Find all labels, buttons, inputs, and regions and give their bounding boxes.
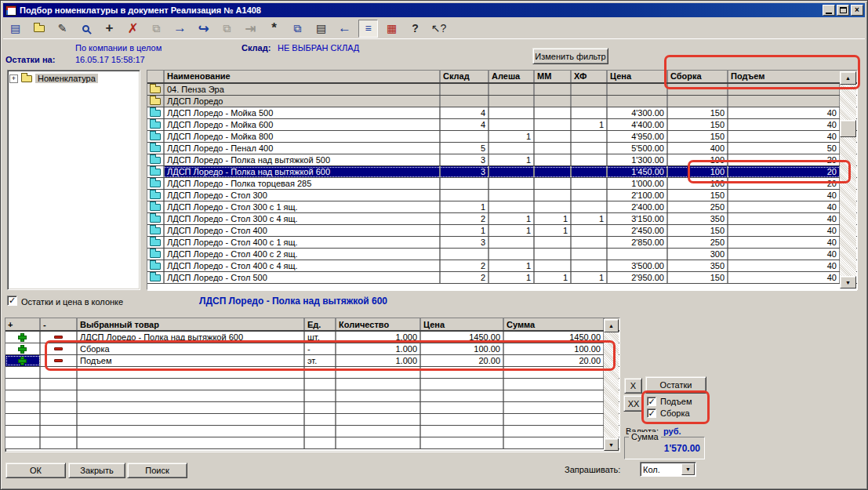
close-dialog-button[interactable]: Закрыть bbox=[68, 463, 125, 478]
table-row[interactable]: ЛДСП Лоредо - Пенал 40055'500.0040050 bbox=[147, 143, 857, 154]
cascade-windows-icon[interactable]: ⧉ bbox=[217, 20, 237, 38]
table-row[interactable]: ЛДСП Лоредо - Стол 400 с 4 ящ.213'500.00… bbox=[147, 260, 857, 272]
merge-icon[interactable]: ⇥ bbox=[241, 20, 260, 38]
cell-sborka: 400 bbox=[668, 143, 728, 154]
view-item-icon[interactable] bbox=[76, 20, 96, 38]
cell-mm bbox=[535, 178, 572, 189]
table-row[interactable]: 04. Пенза Эра bbox=[147, 84, 857, 96]
table-row[interactable]: ЛДСП Лоредо - Стол 300 с 4 ящ.21113'150.… bbox=[147, 213, 857, 225]
cart-scroll-up-button[interactable]: ▲ bbox=[604, 319, 619, 332]
table-row[interactable]: ЛДСП Лоредо - Полка над вытяжкой 500311'… bbox=[147, 154, 857, 166]
table-row[interactable]: ЛДСП Лоредо - Мойка 600414'400.0015040 bbox=[147, 119, 857, 131]
price-table-icon[interactable]: ▦ bbox=[382, 20, 401, 38]
cell-mm: 1 bbox=[535, 272, 572, 283]
cart-row bbox=[5, 437, 619, 449]
expand-icon[interactable]: + bbox=[9, 74, 18, 83]
table-row[interactable]: ЛДСП Лоредо - Мойка 50044'300.0015040 bbox=[147, 107, 857, 119]
cart-row[interactable]: Сборка-1.000100.00100.00 bbox=[5, 343, 619, 355]
clear-row-button[interactable]: X bbox=[624, 378, 642, 394]
cell-name: ЛДСП Лоредо - Стол 400 bbox=[165, 225, 441, 236]
context-help-icon[interactable]: ↖? bbox=[429, 20, 449, 38]
cart-header-minus: - bbox=[41, 318, 78, 330]
prompt-combobox[interactable]: Кол. ▼ bbox=[640, 462, 696, 477]
cell-hf bbox=[572, 237, 608, 248]
wizard-icon[interactable]: * bbox=[264, 20, 284, 38]
header-podyem[interactable]: Подъем bbox=[728, 71, 841, 82]
cart-row[interactable]: Подъемэт.1.00020.0020.00 bbox=[5, 355, 619, 367]
document-text-icon[interactable]: ▤ bbox=[311, 20, 331, 38]
podyem-checkbox[interactable]: ✓ bbox=[647, 397, 656, 406]
cart-row bbox=[5, 379, 619, 390]
row-icon-cell bbox=[147, 107, 165, 118]
cell-price: 4'950.00 bbox=[608, 131, 668, 142]
move-to-document-icon[interactable]: → bbox=[170, 20, 190, 38]
header-sklad[interactable]: Склад bbox=[441, 71, 489, 82]
scrollbar-thumb[interactable] bbox=[840, 120, 856, 137]
import-document-icon[interactable]: ← bbox=[335, 20, 354, 38]
cart-row[interactable]: ЛДСП Лоредо - Полка над вытяжкой 600шт.1… bbox=[5, 332, 619, 343]
header-price[interactable]: Цена bbox=[608, 71, 668, 82]
edit-item-icon[interactable]: ✎ bbox=[53, 20, 72, 38]
cell-plus[interactable] bbox=[5, 332, 41, 343]
maximize-button[interactable] bbox=[837, 5, 849, 16]
cell-minus[interactable] bbox=[41, 355, 78, 366]
change-filter-button[interactable]: Изменить фильтр bbox=[532, 48, 608, 64]
search-button[interactable]: Поиск bbox=[127, 463, 187, 478]
cell-alesha bbox=[489, 201, 535, 212]
minimize-button[interactable] bbox=[823, 5, 835, 16]
table-row[interactable]: ЛДСП Лоредо - Стол 300 с 1 ящ.12'400.002… bbox=[147, 201, 857, 213]
hierarchy-view-icon[interactable]: ≡ bbox=[358, 20, 378, 38]
cart-scroll-down-button[interactable]: ▼ bbox=[604, 438, 619, 451]
table-row[interactable]: ЛДСП Лоредо - Стол 3002'100.0015040 bbox=[147, 190, 857, 201]
copy-row-icon[interactable]: ⧉ bbox=[147, 20, 166, 38]
cell-plus[interactable] bbox=[5, 343, 41, 354]
table-row[interactable]: ЛДСП Лоредо - Стол 50021112'950.0015040 bbox=[147, 272, 857, 284]
copy-document-icon[interactable]: ⧉ bbox=[288, 20, 307, 38]
table-row[interactable]: ЛДСП Лоредо - Стол 4001112'450.0015040 bbox=[147, 225, 857, 237]
cell-podyem: 40 bbox=[728, 190, 841, 201]
scroll-down-button[interactable]: ▼ bbox=[840, 276, 856, 289]
minus-icon bbox=[54, 347, 63, 350]
cart-scrollbar[interactable]: ▲ ▼ bbox=[604, 319, 619, 451]
clear-all-button[interactable]: XX bbox=[623, 395, 644, 412]
close-button[interactable]: × bbox=[851, 5, 863, 16]
scroll-up-button[interactable]: ▲ bbox=[840, 71, 856, 85]
cell-sborka bbox=[668, 84, 728, 95]
table-row[interactable]: ЛДСП Лоредо - Полка над вытяжкой 60031'4… bbox=[147, 166, 857, 178]
ok-button[interactable]: ОК bbox=[5, 463, 66, 478]
cell-name: ЛДСП Лоредо - Пенал 400 bbox=[165, 143, 441, 154]
table-row[interactable]: ЛДСП Лоредо - Стол 400 с 1 ящ.32'850.002… bbox=[147, 237, 857, 249]
cell-qty bbox=[336, 379, 421, 390]
cell-plus[interactable] bbox=[5, 355, 41, 366]
header-mm[interactable]: ММ bbox=[535, 71, 572, 82]
tree-item-nomenclature[interactable]: + Номенклатура bbox=[9, 74, 138, 83]
header-sborka[interactable]: Сборка bbox=[668, 71, 728, 82]
add-row-icon[interactable]: + bbox=[100, 20, 119, 38]
main-table-scrollbar[interactable]: ▲ ▼ bbox=[840, 71, 856, 289]
folder-icon bbox=[150, 122, 161, 129]
cell-unit: шт. bbox=[305, 332, 336, 343]
cell-sklad: 5 bbox=[441, 143, 489, 154]
table-row[interactable]: ЛДСП Лоредо - Полка торцевая 2851'000.00… bbox=[147, 178, 857, 190]
cell-name: 04. Пенза Эра bbox=[165, 84, 441, 95]
cell-price bbox=[421, 379, 504, 390]
cell-minus[interactable] bbox=[41, 343, 78, 354]
cell-minus[interactable] bbox=[41, 332, 78, 343]
ostatki-button[interactable]: Остатки bbox=[645, 376, 706, 394]
chevron-down-icon[interactable]: ▼ bbox=[681, 463, 695, 475]
header-alesha[interactable]: Алеша bbox=[489, 71, 535, 82]
cell-alesha: 1 bbox=[489, 213, 535, 224]
stock-price-column-checkbox[interactable]: ✓ bbox=[7, 296, 17, 306]
cell-unit bbox=[305, 402, 336, 413]
table-row[interactable]: ЛДСП Лоредо - Мойка 80014'950.0015040 bbox=[147, 131, 857, 143]
help-icon[interactable]: ? bbox=[405, 20, 425, 38]
new-item-icon[interactable]: ▤ bbox=[5, 20, 25, 38]
new-group-folder-icon[interactable] bbox=[29, 20, 49, 38]
header-hf[interactable]: ХФ bbox=[572, 71, 608, 82]
move-with-params-icon[interactable]: ↪ bbox=[194, 20, 213, 38]
table-row[interactable]: ЛДСП Лоредо - Стол 400 с 2 ящ.30040 bbox=[147, 249, 857, 260]
delete-row-icon[interactable]: ✗ bbox=[123, 20, 143, 38]
header-name[interactable]: Наименование bbox=[165, 71, 441, 82]
table-row[interactable]: ЛДСП Лоредо bbox=[147, 96, 857, 107]
sborka-checkbox[interactable]: ✓ bbox=[647, 408, 656, 418]
